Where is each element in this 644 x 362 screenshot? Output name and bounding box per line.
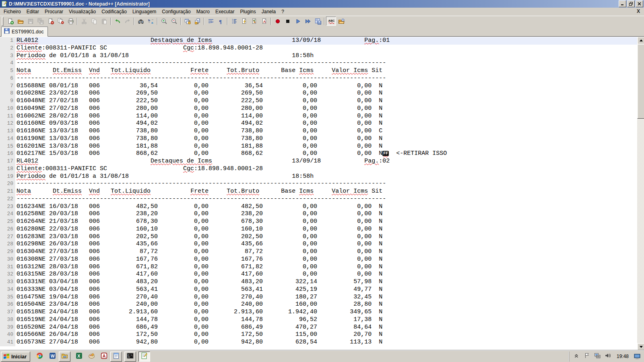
editor-line[interactable]: 24016258NE 20/03/18 006 238,20 0,00 238,… xyxy=(0,210,637,218)
line-text[interactable]: RL4012 Destaques de Icms 13/09/18 Pag.:0… xyxy=(15,158,390,165)
editor-lines[interactable]: 1RL4012 Destaques de Icms 13/09/18 Pag.:… xyxy=(0,37,637,346)
access-a-taskbar-button[interactable]: A xyxy=(100,352,108,361)
editor-line[interactable]: 37016518NE 24/04/18 006 2.913,60 0,00 2.… xyxy=(0,309,637,316)
editor-line[interactable]: 16016217NE 15/03/18 006 868,62 0,00 868,… xyxy=(0,150,637,158)
word-wrap-button[interactable] xyxy=(206,16,216,26)
vertical-scrollbar[interactable] xyxy=(637,37,644,351)
minimize-button[interactable] xyxy=(619,0,626,7)
save-macro-button[interactable] xyxy=(313,16,323,26)
line-text[interactable]: ----------------------------------------… xyxy=(15,180,386,188)
editor-line[interactable]: 8016028NE 23/02/18 006 269,50 0,00 269,5… xyxy=(0,90,637,97)
line-text[interactable]: Nota Dt.Emiss Vnd Tot.Liquido Frete Tot.… xyxy=(15,188,382,195)
copy-button[interactable] xyxy=(89,16,99,26)
menu-item-procurar[interactable]: Procurar xyxy=(42,8,66,16)
line-text[interactable]: 016573NE 27/04/18 006 942,80 0,00 942,80… xyxy=(15,339,382,346)
run-macro-multiple-button[interactable] xyxy=(303,16,313,26)
editor-line[interactable]: 20--------------------------------------… xyxy=(0,180,637,188)
editor-line[interactable]: 19Periodoo de 01/01/18 a 31/08/18 18:58h xyxy=(0,173,637,181)
line-text[interactable]: 016566NE 26/04/18 006 172,50 0,00 172,50… xyxy=(15,331,382,339)
menu-item-plugins[interactable]: Plugins xyxy=(237,8,258,16)
excel-taskbar-button[interactable]: X xyxy=(75,352,83,361)
stop-macro-button[interactable] xyxy=(283,16,293,26)
editor-line[interactable]: 31016312NE 28/03/18 006 671,82 0,00 671,… xyxy=(0,263,637,271)
document-map-button[interactable] xyxy=(249,16,259,26)
editor-line[interactable]: 12016160NE 09/03/18 006 494,02 0,00 494,… xyxy=(0,120,637,128)
editor-line[interactable]: 2Cliente:008311-PANIFIC SC Cgc:18.898.94… xyxy=(0,45,637,52)
open-containing-folder-button[interactable] xyxy=(336,16,346,26)
line-text[interactable]: Periodoo de 01/01/18 a 31/08/18 18:58h xyxy=(15,52,314,60)
save-all-button[interactable] xyxy=(35,16,45,26)
network-icon[interactable] xyxy=(594,353,601,360)
editor-line[interactable]: 28016298NE 26/03/18 006 435,66 0,00 435,… xyxy=(0,241,637,248)
show-desktop-icon[interactable] xyxy=(634,353,641,360)
close-button[interactable] xyxy=(636,0,643,7)
menu-item-executar[interactable]: Executar xyxy=(213,8,237,16)
line-text[interactable]: 016519NE 24/04/18 006 144,78 0,00 144,78… xyxy=(15,316,382,324)
line-text[interactable]: 016062NE 28/02/18 006 114,00 0,00 114,00… xyxy=(15,113,382,120)
new-file-button[interactable] xyxy=(5,16,15,26)
document-switcher-button[interactable]: A xyxy=(259,16,269,26)
volume-icon[interactable] xyxy=(605,353,611,360)
redo-button[interactable] xyxy=(122,16,132,26)
editor-line[interactable]: 27016283NE 23/03/18 006 202,50 0,00 202,… xyxy=(0,233,637,241)
editor-line[interactable]: 11016062NE 28/02/18 006 114,00 0,00 114,… xyxy=(0,113,637,120)
editor-line[interactable]: 23016234NE 16/03/18 006 482,50 0,00 482,… xyxy=(0,203,637,211)
line-text[interactable]: ----------------------------------------… xyxy=(15,60,386,67)
menu-item-codificao[interactable]: Codificação xyxy=(99,8,130,16)
line-text[interactable]: ----------------------------------------… xyxy=(15,195,386,203)
menu-item-linguagem[interactable]: Linguagem xyxy=(130,8,159,16)
toolbar-grip[interactable] xyxy=(2,17,4,26)
editor-line[interactable]: 15016201NE 13/03/18 006 181,88 0,00 181,… xyxy=(0,143,637,150)
editor-line[interactable]: 40016566NE 26/04/18 006 172,50 0,00 172,… xyxy=(0,331,637,339)
open-file-button[interactable] xyxy=(15,16,25,26)
editor-line[interactable]: 41016573NE 27/04/18 006 942,80 0,00 942,… xyxy=(0,339,637,346)
editor-line[interactable]: 22--------------------------------------… xyxy=(0,195,637,203)
editor-line[interactable]: 6---------------------------------------… xyxy=(0,75,637,82)
editor-line[interactable]: 25016264NE 21/03/18 006 678,30 0,00 678,… xyxy=(0,218,637,226)
line-text[interactable]: 016280NE 22/03/18 006 160,10 0,00 160,10… xyxy=(15,226,382,233)
function-list-button[interactable] xyxy=(239,16,249,26)
line-text[interactable]: 016475NE 19/04/18 006 270,40 0,00 270,40… xyxy=(15,294,382,301)
editor-line[interactable]: 34016333NE 03/04/18 006 563,41 0,00 563,… xyxy=(0,286,637,294)
line-text[interactable]: 016049NE 27/02/18 006 280,00 0,00 280,00… xyxy=(15,105,382,113)
line-text[interactable]: 016298NE 26/03/18 006 435,66 0,00 435,66… xyxy=(15,241,382,248)
paint-taskbar-button[interactable] xyxy=(88,352,95,361)
line-text[interactable]: 016201NE 13/03/18 006 181,88 0,00 181,88… xyxy=(15,143,382,150)
spell-check-button[interactable]: ABC xyxy=(326,16,336,26)
hidden-icons-chevron-icon[interactable] xyxy=(573,353,580,360)
chrome-launcher[interactable] xyxy=(36,353,43,360)
line-text[interactable]: Periodoo de 01/01/18 a 31/08/18 18:58h xyxy=(15,173,314,181)
line-text[interactable]: 016190NE 13/03/18 006 738,80 0,00 738,80… xyxy=(15,135,382,143)
line-text[interactable]: 016312NE 28/03/18 006 671,82 0,00 671,82… xyxy=(15,263,382,271)
save-button[interactable] xyxy=(25,16,35,26)
editor-line[interactable]: 10016049NE 27/02/18 006 280,00 0,00 280,… xyxy=(0,105,637,113)
editor-line[interactable]: 9016048NE 27/02/18 006 222,50 0,00 222,5… xyxy=(0,97,637,105)
explorer-folder-taskbar-button[interactable] xyxy=(59,352,70,362)
editor-line[interactable]: 5Nota Dt.Emiss Vnd Tot.Liquido Frete Tot… xyxy=(0,67,637,75)
editor-line[interactable]: 13016186NE 13/03/18 006 738,80 0,00 738,… xyxy=(0,128,637,135)
start-button[interactable]: Iniciar xyxy=(1,352,30,362)
restore-button[interactable] xyxy=(627,0,635,7)
line-text[interactable]: 015688NE 08/01/18 006 36,54 0,00 36,54 0… xyxy=(15,82,382,90)
editor-line[interactable]: 32016315NE 28/03/18 006 417,60 0,00 417,… xyxy=(0,271,637,278)
editor-line[interactable]: 21Nota Dt.Emiss Vnd Tot.Liquido Frete To… xyxy=(0,188,637,195)
sync-vertical-button[interactable] xyxy=(182,16,192,26)
cut-button[interactable] xyxy=(79,16,89,26)
line-text[interactable]: 016258NE 20/03/18 006 238,20 0,00 238,20… xyxy=(15,210,382,218)
print-button[interactable] xyxy=(66,16,76,26)
line-text[interactable]: 016308NE 27/03/18 006 167,76 0,00 167,76… xyxy=(15,256,382,263)
editor-line[interactable]: 4---------------------------------------… xyxy=(0,60,637,67)
undo-button[interactable] xyxy=(112,16,122,26)
editor-area[interactable]: 1RL4012 Destaques de Icms 13/09/18 Pag.:… xyxy=(0,37,644,351)
cmd-taskbar-button[interactable]: C:\ xyxy=(124,352,136,362)
paste-button[interactable] xyxy=(99,16,109,26)
line-text[interactable]: 016234NE 16/03/18 006 482,50 0,00 482,50… xyxy=(15,203,382,211)
editor-line[interactable]: 30016308NE 27/03/18 006 167,76 0,00 167,… xyxy=(0,256,637,263)
line-text[interactable]: RL4012 Destaques de Icms 13/09/18 Pag.:0… xyxy=(15,37,390,45)
editor-line[interactable]: 7015688NE 08/01/18 006 36,54 0,00 36,54 … xyxy=(0,82,637,90)
menu-item-ficheiro[interactable]: Ficheiro xyxy=(1,8,24,16)
line-text[interactable]: 016217NE 15/03/18 006 868,62 0,00 868,62… xyxy=(15,150,447,158)
line-text[interactable]: 016504NE 23/04/18 006 240,00 0,00 240,00… xyxy=(15,301,382,309)
editor-line[interactable]: 1RL4012 Destaques de Icms 13/09/18 Pag.:… xyxy=(0,37,637,45)
line-text[interactable]: Cliente:008311-PANIFIC SC Cgc:18.898.948… xyxy=(15,165,263,173)
